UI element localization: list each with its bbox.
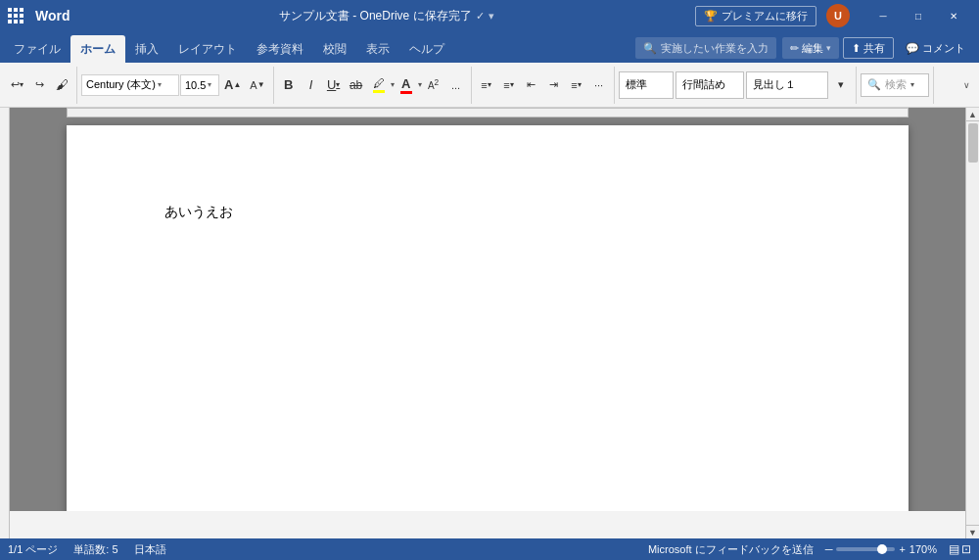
- premium-button[interactable]: 🏆 プレミアムに移行: [695, 6, 816, 26]
- undo-arrow: ▾: [20, 80, 23, 89]
- style-heading-label: 見出し１: [753, 77, 796, 92]
- document-title: サンプル文書 - OneDrive に保存完了 ✓ ▾: [86, 8, 687, 24]
- more-paragraph-button[interactable]: ···: [588, 74, 610, 96]
- status-bar: 1/1 ページ 単語数: 5 日本語 Microsoft にフィードバックを送信…: [0, 538, 979, 560]
- format-painter-button[interactable]: 🖌: [51, 74, 72, 96]
- tab-view[interactable]: 表示: [356, 35, 399, 63]
- page-info: 1/1 ページ: [8, 542, 58, 557]
- scroll-track: [966, 121, 979, 525]
- redo-button[interactable]: ↪: [28, 74, 50, 96]
- comment-button[interactable]: 💬 コメント: [898, 37, 973, 59]
- title-bar: Word サンプル文書 - OneDrive に保存完了 ✓ ▾ 🏆 プレミアム…: [0, 0, 979, 31]
- tab-references[interactable]: 参考資料: [247, 35, 313, 63]
- font-shrink-button[interactable]: A ▼: [246, 74, 268, 96]
- style-heading-box[interactable]: 見出し１: [746, 71, 828, 99]
- styles-more-icon: ▾: [838, 78, 844, 91]
- font-size-value: 10.5: [185, 79, 206, 91]
- zoom-level-text: 170%: [909, 543, 937, 555]
- ribbon-collapse-button[interactable]: ∨: [959, 78, 973, 92]
- align-dropdown: ▾: [578, 80, 582, 89]
- plus-zoom-icon[interactable]: +: [899, 543, 905, 555]
- share-button[interactable]: ⬆ 共有: [843, 37, 894, 59]
- premium-icon: 🏆: [704, 10, 718, 23]
- font-size-selector[interactable]: 10.5 ▾: [180, 74, 219, 96]
- app-name: Word: [35, 8, 70, 23]
- left-ruler: [0, 108, 10, 538]
- scroll-thumb[interactable]: [968, 123, 978, 163]
- dropdown-arrow-title[interactable]: ▾: [489, 10, 494, 23]
- word-count: 単語数: 5: [73, 542, 117, 557]
- font-color-button[interactable]: A: [396, 74, 417, 96]
- status-right: Microsoft にフィードバックを送信 ─ + 170% ▤ ⊡: [648, 542, 971, 557]
- styles-more-button[interactable]: ▾: [830, 74, 852, 96]
- app-grid-icon[interactable]: [8, 8, 23, 23]
- save-status-icon: ✓: [476, 10, 485, 23]
- undo-button[interactable]: ↩ ▾: [6, 74, 27, 96]
- strikethrough-button[interactable]: ab: [346, 74, 367, 96]
- minimize-button[interactable]: ─: [865, 0, 901, 31]
- highlight-button[interactable]: 🖊: [368, 74, 390, 96]
- tab-file[interactable]: ファイル: [4, 35, 70, 63]
- vertical-scrollbar[interactable]: ▲ ▼: [965, 108, 979, 538]
- minus-zoom-icon[interactable]: ─: [825, 543, 833, 555]
- bullets-button[interactable]: ≡ ▾: [476, 74, 497, 96]
- comment-label: コメント: [922, 41, 965, 56]
- layout-icon-1[interactable]: ▤: [949, 542, 959, 556]
- document-content: あいうえお: [164, 204, 811, 221]
- layout-icon-2[interactable]: ⊡: [961, 542, 971, 556]
- underline-dropdown: ▾: [336, 80, 340, 89]
- ribbon-expand-area: ∨: [959, 78, 973, 92]
- document-page[interactable]: あいうえお: [67, 125, 909, 511]
- more-paragraph-icon: ···: [594, 79, 603, 91]
- tab-layout[interactable]: レイアウト: [168, 35, 247, 63]
- feedback-link[interactable]: Microsoft にフィードバックを送信: [648, 542, 814, 557]
- strikethrough-icon: ab: [350, 78, 362, 92]
- undo-icon: ↩: [11, 78, 20, 91]
- font-name-value: Century (本文): [86, 77, 156, 92]
- style-normal-box[interactable]: 標準: [619, 71, 674, 99]
- style-tight-box[interactable]: 行間詰め: [676, 71, 744, 99]
- align-button[interactable]: ≡ ▾: [566, 74, 587, 96]
- font-grow-button[interactable]: A ▲: [220, 74, 245, 96]
- scroll-up-button[interactable]: ▲: [966, 108, 980, 121]
- tab-help[interactable]: ヘルプ: [399, 35, 454, 63]
- numbering-button[interactable]: ≡ ▾: [498, 74, 520, 96]
- edit-button[interactable]: ✏ 編集 ▾: [782, 37, 839, 59]
- font-name-selector[interactable]: Century (本文) ▾: [81, 74, 179, 96]
- maximize-button[interactable]: □: [901, 0, 936, 31]
- decrease-indent-button[interactable]: ⇤: [521, 74, 542, 96]
- font-grow-caret: ▲: [233, 80, 241, 89]
- tab-home[interactable]: ホーム: [70, 35, 125, 63]
- more-format-icon: ...: [451, 79, 460, 91]
- task-search-area[interactable]: 🔍 実施したい作業を入力: [635, 37, 776, 59]
- superscript-button[interactable]: A2: [423, 74, 444, 96]
- window-controls: ─ □ ✕: [865, 0, 971, 31]
- font-grow-icon: A: [224, 77, 233, 92]
- task-search-placeholder: 実施したい作業を入力: [661, 41, 769, 56]
- italic-button[interactable]: I: [301, 74, 322, 96]
- increase-indent-icon: ⇥: [549, 78, 558, 91]
- scroll-down-button[interactable]: ▼: [966, 525, 980, 538]
- user-avatar[interactable]: U: [826, 4, 850, 27]
- bullets-dropdown: ▾: [488, 80, 491, 89]
- top-ruler: [67, 108, 909, 117]
- highlight-dropdown[interactable]: ▾: [391, 80, 395, 89]
- zoom-slider-track[interactable]: [836, 547, 895, 551]
- doc-area[interactable]: あいうえお: [10, 108, 965, 511]
- font-color-dropdown[interactable]: ▾: [418, 80, 422, 89]
- underline-button[interactable]: U ▾: [323, 74, 345, 96]
- more-format-button[interactable]: ...: [445, 74, 467, 96]
- bold-button[interactable]: B: [278, 74, 300, 96]
- font-color-icon: A: [401, 76, 410, 91]
- tab-review[interactable]: 校閲: [313, 35, 356, 63]
- tab-insert[interactable]: 挿入: [125, 35, 168, 63]
- zoom-area: ─ + 170%: [825, 543, 937, 555]
- search-box[interactable]: 🔍 検索 ▾: [861, 73, 929, 97]
- font-group: Century (本文) ▾ 10.5 ▾ A ▲ A ▼: [81, 67, 274, 104]
- zoom-slider-thumb[interactable]: [877, 544, 887, 554]
- increase-indent-button[interactable]: ⇥: [543, 74, 565, 96]
- close-button[interactable]: ✕: [936, 0, 971, 31]
- edit-label: 編集: [802, 41, 823, 56]
- search-dropdown[interactable]: ▾: [910, 80, 914, 89]
- font-size-dropdown-arrow: ▾: [208, 80, 211, 89]
